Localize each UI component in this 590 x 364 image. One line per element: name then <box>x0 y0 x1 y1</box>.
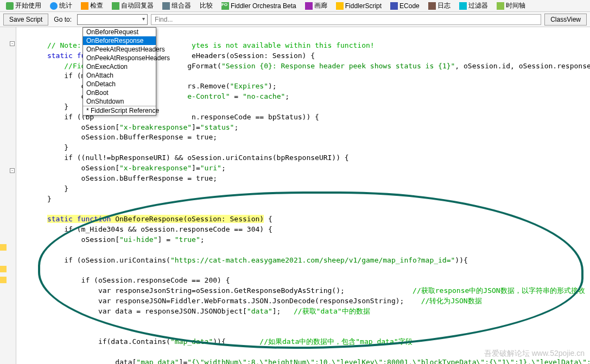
stats-icon <box>50 2 58 10</box>
timeline-icon <box>497 2 504 10</box>
fold-icon[interactable]: - <box>10 168 15 173</box>
tab-inspectors[interactable]: 检查 <box>77 0 107 12</box>
dd-onshutdown[interactable]: OnShutdown <box>83 97 156 106</box>
save-script-button[interactable]: Save Script <box>3 14 48 25</box>
goto-dropdown[interactable]: OnBeforeRequest OnBeforeResponse OnPeekA… <box>83 27 156 116</box>
replay-icon <box>112 2 119 10</box>
tab-log[interactable]: 日志 <box>424 0 454 12</box>
tab-autoresponder[interactable]: 自动回复器 <box>108 0 157 12</box>
fo-icon: FO <box>221 2 229 10</box>
tab-filters[interactable]: 过滤器 <box>455 0 492 12</box>
tab-fiddlerscript[interactable]: FiddlerScript <box>332 1 385 11</box>
fiddlerscript-icon <box>336 2 344 10</box>
fold-icon[interactable]: - <box>10 41 15 46</box>
dd-onpeekatresponseheaders[interactable]: OnPeekAtResponseHeaders <box>83 54 156 62</box>
inspect-icon <box>81 2 88 10</box>
dd-ondetach[interactable]: OnDetach <box>83 80 156 88</box>
dd-reference[interactable]: * FiddlerScript Reference <box>83 106 156 115</box>
tab-orchestra[interactable]: FOFiddler Orchestra Beta <box>218 1 300 11</box>
dd-onpeekatrequestheaders[interactable]: OnPeekAtRequestHeaders <box>83 45 156 54</box>
bookmark-marker <box>0 266 7 272</box>
dd-onexecaction[interactable]: OnExecAction <box>83 62 156 71</box>
goto-combo[interactable] <box>77 14 148 25</box>
find-input[interactable] <box>151 14 541 25</box>
action-bar: Save Script Go to: ClassView <box>0 12 590 27</box>
dd-onboot[interactable]: OnBoot <box>83 88 156 97</box>
bookmark-marker <box>0 277 7 283</box>
classview-button[interactable]: ClassView <box>544 14 587 25</box>
watermark: 吾爱破解论坛 www.52pojie.cn <box>484 349 585 359</box>
tab-getting-started[interactable]: 开始使用 <box>2 0 45 12</box>
log-icon <box>428 2 436 10</box>
goto-label: Go to: <box>52 16 74 23</box>
dd-onattach[interactable]: OnAttach <box>83 71 156 80</box>
gutter: - - <box>0 27 16 364</box>
play-icon <box>6 2 14 10</box>
filter-icon <box>459 2 467 10</box>
tab-composer[interactable]: 组合器 <box>158 0 195 12</box>
gallery-icon <box>305 2 313 10</box>
tab-toolbar: 开始使用 统计 检查 自动回复器 组合器 比较 FOFiddler Orches… <box>0 0 590 12</box>
tab-timeline[interactable]: 时间轴 <box>493 0 529 12</box>
tab-compare[interactable]: 比较 <box>196 0 217 12</box>
ecode-icon <box>390 2 398 10</box>
dd-onbeforerequest[interactable]: OnBeforeRequest <box>83 28 156 36</box>
tab-statistics[interactable]: 统计 <box>46 0 76 12</box>
bookmark-marker <box>0 244 7 251</box>
composer-icon <box>162 2 170 10</box>
tab-ecode[interactable]: ECode <box>386 1 423 11</box>
dd-onbeforeresponse[interactable]: OnBeforeResponse <box>83 36 156 45</box>
tab-gallery[interactable]: 画廊 <box>301 0 331 12</box>
